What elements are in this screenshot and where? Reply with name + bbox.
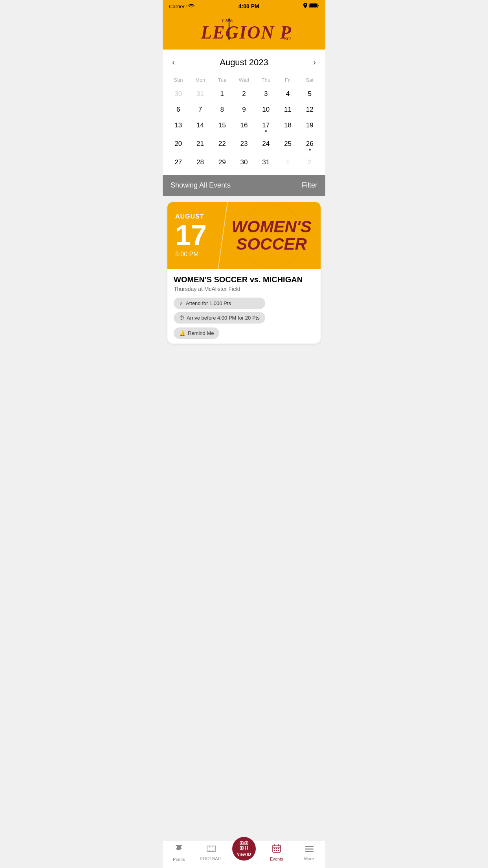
cal-day-26[interactable]: 25: [277, 136, 299, 154]
cal-day-23[interactable]: 22: [211, 136, 233, 154]
events-section: AUGUST 17 5:00 PM WOMEN'S SOCCER WOMEN'S…: [163, 196, 325, 350]
calendar-section: ‹ August 2023 › Sun Mon Tue Wed Thu Fri …: [163, 50, 325, 175]
event-date-block: AUGUST 17 5:00 PM: [167, 202, 222, 269]
cal-day-33[interactable]: 1: [277, 154, 299, 170]
cal-day-12[interactable]: 11: [277, 102, 299, 118]
event-actions-left: ✓ Attend for 1,000 Pts ⏱ Arrive before 4…: [174, 298, 265, 324]
event-actions: ✓ Attend for 1,000 Pts ⏱ Arrive before 4…: [174, 298, 314, 339]
cal-day-5[interactable]: 4: [277, 86, 299, 102]
cal-day-0[interactable]: 30: [167, 86, 189, 102]
cal-day-4[interactable]: 3: [255, 86, 277, 102]
remind-label: Remind Me: [188, 330, 214, 336]
weekday-wed: Wed: [233, 75, 255, 85]
cal-day-11[interactable]: 10: [255, 102, 277, 118]
cal-day-17[interactable]: 16: [233, 118, 255, 136]
status-bar: Carrier ᵎ 4:00 PM: [163, 0, 325, 12]
cal-day-22[interactable]: 21: [189, 136, 211, 154]
cal-day-8[interactable]: 7: [189, 102, 211, 118]
event-sport-area: WOMEN'S SOCCER: [222, 202, 321, 269]
next-month-button[interactable]: ›: [308, 56, 321, 69]
calendar-month-title: August 2023: [220, 57, 268, 68]
arrive-label: Arrive before 4:00 PM for 20 Pts: [187, 315, 260, 321]
event-card: AUGUST 17 5:00 PM WOMEN'S SOCCER WOMEN'S…: [167, 202, 321, 344]
cal-day-16[interactable]: 15: [211, 118, 233, 136]
arrive-icon: ⏱: [179, 315, 184, 321]
arrive-button[interactable]: ⏱ Arrive before 4:00 PM for 20 Pts: [174, 312, 265, 324]
cal-day-19[interactable]: 18: [277, 118, 299, 136]
event-banner: AUGUST 17 5:00 PM WOMEN'S SOCCER: [167, 202, 321, 269]
cal-day-27[interactable]: 26: [299, 136, 321, 154]
filter-bar: Showing All Events Filter: [163, 175, 325, 196]
app-header: THE LEGION PASS SC: [163, 12, 325, 50]
event-title: WOMEN'S SOCCER vs. MICHIGAN: [174, 275, 314, 284]
cal-day-13[interactable]: 12: [299, 102, 321, 118]
cal-day-29[interactable]: 28: [189, 154, 211, 170]
attend-icon: ✓: [179, 300, 183, 306]
event-subtitle: Thursday at McAlister Field: [174, 286, 314, 292]
filter-bar-label: Showing All Events: [171, 181, 231, 189]
calendar-body: 3031123456789101112131415161718192021222…: [167, 86, 321, 170]
calendar-nav: ‹ August 2023 ›: [167, 56, 321, 69]
prev-month-button[interactable]: ‹: [167, 56, 180, 69]
cal-day-1[interactable]: 31: [189, 86, 211, 102]
weekday-thu: Thu: [255, 75, 277, 85]
svg-text:SC: SC: [284, 35, 290, 41]
weekday-fri: Fri: [277, 75, 299, 85]
event-sport-label: WOMEN'S SOCCER: [222, 215, 321, 256]
cal-day-6[interactable]: 5: [299, 86, 321, 102]
weekday-sun: Sun: [167, 75, 189, 85]
calendar-header-row: Sun Mon Tue Wed Thu Fri Sat: [167, 75, 321, 85]
carrier-text: Carrier: [169, 4, 185, 9]
event-day-number: 17: [175, 221, 215, 249]
weekday-mon: Mon: [189, 75, 211, 85]
cal-day-24[interactable]: 23: [233, 136, 255, 154]
event-time: 5:00 PM: [175, 251, 215, 258]
cal-day-34[interactable]: 2: [299, 154, 321, 170]
svg-rect-1: [310, 4, 317, 7]
cal-day-18[interactable]: 17: [255, 118, 277, 136]
cal-day-10[interactable]: 9: [233, 102, 255, 118]
cal-day-30[interactable]: 29: [211, 154, 233, 170]
cal-day-32[interactable]: 31: [255, 154, 277, 170]
cal-day-28[interactable]: 27: [167, 154, 189, 170]
bell-icon: 🔔: [179, 330, 185, 336]
cal-day-3[interactable]: 2: [233, 86, 255, 102]
cal-day-15[interactable]: 14: [189, 118, 211, 136]
wifi-icon: ᵎ: [186, 4, 195, 9]
weekday-tue: Tue: [211, 75, 233, 85]
filter-button[interactable]: Filter: [302, 181, 317, 189]
svg-text:LEGION PASS: LEGION PASS: [200, 22, 291, 42]
cal-day-20[interactable]: 19: [299, 118, 321, 136]
attend-label: Attend for 1,000 Pts: [186, 300, 231, 306]
battery-icon: [309, 3, 319, 10]
cal-day-25[interactable]: 24: [255, 136, 277, 154]
status-time: 4:00 PM: [238, 3, 259, 9]
logo-svg: THE LEGION PASS SC: [197, 16, 291, 43]
cal-day-14[interactable]: 13: [167, 118, 189, 136]
cal-day-9[interactable]: 8: [211, 102, 233, 118]
cal-day-21[interactable]: 20: [167, 136, 189, 154]
event-details: WOMEN'S SOCCER vs. MICHIGAN Thursday at …: [167, 269, 321, 344]
logo: THE LEGION PASS SC: [197, 16, 291, 43]
remind-me-button[interactable]: 🔔 Remind Me: [174, 327, 219, 339]
attend-button[interactable]: ✓ Attend for 1,000 Pts: [174, 298, 265, 309]
cal-day-7[interactable]: 6: [167, 102, 189, 118]
weekday-sat: Sat: [299, 75, 321, 85]
carrier-label: Carrier ᵎ: [169, 4, 194, 9]
cal-day-2[interactable]: 1: [211, 86, 233, 102]
status-icons: [303, 3, 319, 10]
cal-day-31[interactable]: 30: [233, 154, 255, 170]
calendar-grid: Sun Mon Tue Wed Thu Fri Sat 303112345678…: [167, 75, 321, 170]
location-icon: [303, 3, 308, 10]
